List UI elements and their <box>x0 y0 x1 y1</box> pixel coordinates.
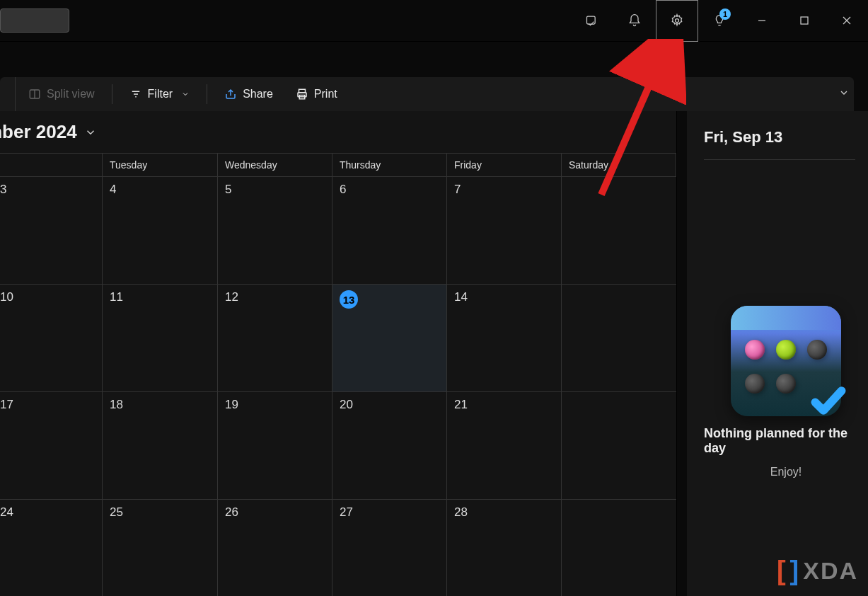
agenda-date: Fri, Sep 13 <box>704 128 855 160</box>
day-cell[interactable] <box>562 392 676 500</box>
settings-icon[interactable] <box>656 0 698 42</box>
share-label: Share <box>243 88 273 101</box>
day-cell[interactable]: 4 <box>103 177 218 285</box>
maximize-button[interactable] <box>783 0 826 42</box>
day-name: Thursday <box>332 154 447 176</box>
agenda-empty-state: Nothing planned for the day Enjoy! <box>704 188 868 596</box>
day-cell[interactable] <box>562 500 676 596</box>
tips-icon[interactable]: 1 <box>698 0 741 42</box>
agenda-panel: Fri, Sep 13 Nothing planned for the day … <box>687 111 868 596</box>
day-name: Friday <box>447 154 562 176</box>
day-cell[interactable]: 26 <box>218 500 332 596</box>
day-cell[interactable] <box>562 285 676 392</box>
search-box[interactable] <box>0 8 69 33</box>
empty-illustration <box>731 306 841 416</box>
close-button[interactable] <box>826 0 868 42</box>
title-bar-icons: 1 <box>571 0 868 41</box>
watermark: []XDA <box>777 556 858 586</box>
toolbar-collapse-icon[interactable] <box>838 87 850 101</box>
print-label: Print <box>314 88 337 101</box>
day-cell[interactable]: 17 <box>0 392 103 500</box>
day-cell[interactable]: 21 <box>447 392 562 500</box>
day-cell[interactable]: 24 <box>0 500 103 596</box>
day-cell[interactable]: 28 <box>447 500 562 596</box>
day-cell[interactable] <box>562 177 676 285</box>
separator <box>207 84 207 104</box>
filter-button[interactable]: Filter <box>120 84 200 105</box>
day-cell[interactable]: 11 <box>103 285 218 392</box>
day-cell[interactable]: 3 <box>0 177 103 285</box>
share-button[interactable]: Share <box>214 84 283 105</box>
notifications-icon[interactable] <box>613 0 656 42</box>
day-cell[interactable]: 6 <box>332 177 447 285</box>
day-cell[interactable]: 19 <box>218 392 332 500</box>
main-area: mber 2024 Tuesday Wednesday Thursday Fri… <box>0 111 868 596</box>
day-name: Wednesday <box>218 154 332 176</box>
toolbar-edge <box>6 77 16 111</box>
filter-label: Filter <box>148 88 173 101</box>
tips-badge: 1 <box>719 8 731 20</box>
day-cell[interactable]: 14 <box>447 285 562 392</box>
day-cell[interactable]: 10 <box>0 285 103 392</box>
day-cell[interactable]: 27 <box>332 500 447 596</box>
svg-rect-3 <box>801 17 808 24</box>
day-cell[interactable]: 18 <box>103 392 218 500</box>
day-cell[interactable]: 7 <box>447 177 562 285</box>
title-bar: 1 <box>0 0 868 42</box>
check-icon <box>809 381 848 420</box>
empty-subtitle: Enjoy! <box>770 466 802 478</box>
month-title[interactable]: mber 2024 <box>0 121 77 143</box>
empty-title: Nothing planned for the day <box>704 426 868 456</box>
day-name: Saturday <box>562 154 676 176</box>
meet-now-icon[interactable] <box>571 0 613 42</box>
calendar-header: mber 2024 <box>0 111 676 153</box>
day-cell-today[interactable]: 13 <box>332 285 447 392</box>
svg-rect-0 <box>587 16 596 24</box>
minimize-button[interactable] <box>741 0 783 42</box>
day-cell[interactable]: 20 <box>332 392 447 500</box>
day-names-row: Tuesday Wednesday Thursday Friday Saturd… <box>0 153 676 177</box>
calendar-panel: mber 2024 Tuesday Wednesday Thursday Fri… <box>0 111 677 596</box>
svg-point-1 <box>676 19 679 23</box>
chevron-down-icon[interactable] <box>84 126 97 139</box>
split-view-button[interactable]: Split view <box>18 84 105 105</box>
day-cell[interactable]: 12 <box>218 285 332 392</box>
day-name: Tuesday <box>103 154 218 176</box>
toolbar: Split view Filter Share Print <box>0 77 854 111</box>
day-name <box>0 154 103 176</box>
day-cell[interactable]: 5 <box>218 177 332 285</box>
print-button[interactable]: Print <box>286 84 347 105</box>
chevron-down-icon <box>181 90 190 98</box>
calendar-grid: 3 4 5 6 7 10 11 12 13 14 17 18 19 20 21 … <box>0 177 676 596</box>
separator <box>112 84 112 104</box>
day-cell[interactable]: 25 <box>103 500 218 596</box>
split-view-label: Split view <box>47 88 95 101</box>
